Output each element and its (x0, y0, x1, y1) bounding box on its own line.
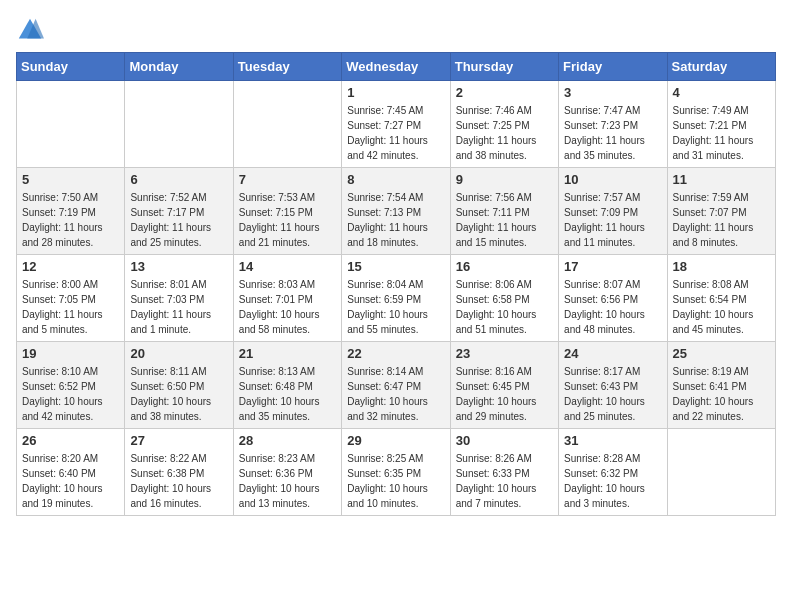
calendar-cell-w5-d4: 29Sunrise: 8:25 AMSunset: 6:35 PMDayligh… (342, 429, 450, 516)
calendar-cell-w2-d7: 11Sunrise: 7:59 AMSunset: 7:07 PMDayligh… (667, 168, 775, 255)
calendar-cell-w5-d1: 26Sunrise: 8:20 AMSunset: 6:40 PMDayligh… (17, 429, 125, 516)
calendar-cell-w1-d5: 2Sunrise: 7:46 AMSunset: 7:25 PMDaylight… (450, 81, 558, 168)
calendar-week-3: 12Sunrise: 8:00 AMSunset: 7:05 PMDayligh… (17, 255, 776, 342)
day-info: Sunrise: 8:17 AMSunset: 6:43 PMDaylight:… (564, 364, 661, 424)
calendar-cell-w4-d2: 20Sunrise: 8:11 AMSunset: 6:50 PMDayligh… (125, 342, 233, 429)
day-number: 30 (456, 433, 553, 448)
calendar-cell-w4-d1: 19Sunrise: 8:10 AMSunset: 6:52 PMDayligh… (17, 342, 125, 429)
calendar-cell-w3-d6: 17Sunrise: 8:07 AMSunset: 6:56 PMDayligh… (559, 255, 667, 342)
day-number: 14 (239, 259, 336, 274)
calendar-cell-w5-d6: 31Sunrise: 8:28 AMSunset: 6:32 PMDayligh… (559, 429, 667, 516)
day-number: 17 (564, 259, 661, 274)
day-number: 23 (456, 346, 553, 361)
day-info: Sunrise: 7:49 AMSunset: 7:21 PMDaylight:… (673, 103, 770, 163)
day-info: Sunrise: 8:28 AMSunset: 6:32 PMDaylight:… (564, 451, 661, 511)
day-info: Sunrise: 8:01 AMSunset: 7:03 PMDaylight:… (130, 277, 227, 337)
calendar-cell-w4-d5: 23Sunrise: 8:16 AMSunset: 6:45 PMDayligh… (450, 342, 558, 429)
day-info: Sunrise: 7:47 AMSunset: 7:23 PMDaylight:… (564, 103, 661, 163)
calendar-cell-w5-d2: 27Sunrise: 8:22 AMSunset: 6:38 PMDayligh… (125, 429, 233, 516)
calendar-cell-w1-d7: 4Sunrise: 7:49 AMSunset: 7:21 PMDaylight… (667, 81, 775, 168)
day-number: 27 (130, 433, 227, 448)
day-number: 24 (564, 346, 661, 361)
day-info: Sunrise: 8:19 AMSunset: 6:41 PMDaylight:… (673, 364, 770, 424)
day-number: 8 (347, 172, 444, 187)
day-info: Sunrise: 8:13 AMSunset: 6:48 PMDaylight:… (239, 364, 336, 424)
day-info: Sunrise: 8:00 AMSunset: 7:05 PMDaylight:… (22, 277, 119, 337)
header-day-wednesday: Wednesday (342, 53, 450, 81)
day-number: 28 (239, 433, 336, 448)
day-number: 15 (347, 259, 444, 274)
calendar-week-2: 5Sunrise: 7:50 AMSunset: 7:19 PMDaylight… (17, 168, 776, 255)
header-day-saturday: Saturday (667, 53, 775, 81)
day-info: Sunrise: 8:11 AMSunset: 6:50 PMDaylight:… (130, 364, 227, 424)
day-info: Sunrise: 8:22 AMSunset: 6:38 PMDaylight:… (130, 451, 227, 511)
day-info: Sunrise: 7:54 AMSunset: 7:13 PMDaylight:… (347, 190, 444, 250)
calendar-week-4: 19Sunrise: 8:10 AMSunset: 6:52 PMDayligh… (17, 342, 776, 429)
header-day-thursday: Thursday (450, 53, 558, 81)
day-number: 5 (22, 172, 119, 187)
day-number: 4 (673, 85, 770, 100)
day-number: 12 (22, 259, 119, 274)
calendar-cell-w3-d5: 16Sunrise: 8:06 AMSunset: 6:58 PMDayligh… (450, 255, 558, 342)
day-info: Sunrise: 8:03 AMSunset: 7:01 PMDaylight:… (239, 277, 336, 337)
day-number: 6 (130, 172, 227, 187)
calendar-cell-w1-d4: 1Sunrise: 7:45 AMSunset: 7:27 PMDaylight… (342, 81, 450, 168)
calendar-cell-w4-d7: 25Sunrise: 8:19 AMSunset: 6:41 PMDayligh… (667, 342, 775, 429)
day-number: 2 (456, 85, 553, 100)
day-number: 18 (673, 259, 770, 274)
calendar-cell-w3-d7: 18Sunrise: 8:08 AMSunset: 6:54 PMDayligh… (667, 255, 775, 342)
day-number: 21 (239, 346, 336, 361)
day-info: Sunrise: 7:57 AMSunset: 7:09 PMDaylight:… (564, 190, 661, 250)
calendar-table: SundayMondayTuesdayWednesdayThursdayFrid… (16, 52, 776, 516)
day-number: 19 (22, 346, 119, 361)
day-number: 25 (673, 346, 770, 361)
calendar-header-row: SundayMondayTuesdayWednesdayThursdayFrid… (17, 53, 776, 81)
calendar-cell-w2-d1: 5Sunrise: 7:50 AMSunset: 7:19 PMDaylight… (17, 168, 125, 255)
day-number: 16 (456, 259, 553, 274)
header-day-friday: Friday (559, 53, 667, 81)
calendar-week-5: 26Sunrise: 8:20 AMSunset: 6:40 PMDayligh… (17, 429, 776, 516)
day-info: Sunrise: 7:50 AMSunset: 7:19 PMDaylight:… (22, 190, 119, 250)
calendar-cell-w2-d6: 10Sunrise: 7:57 AMSunset: 7:09 PMDayligh… (559, 168, 667, 255)
calendar-cell-w4-d3: 21Sunrise: 8:13 AMSunset: 6:48 PMDayligh… (233, 342, 341, 429)
calendar-cell-w1-d3 (233, 81, 341, 168)
day-info: Sunrise: 8:20 AMSunset: 6:40 PMDaylight:… (22, 451, 119, 511)
calendar-cell-w2-d5: 9Sunrise: 7:56 AMSunset: 7:11 PMDaylight… (450, 168, 558, 255)
calendar-cell-w2-d2: 6Sunrise: 7:52 AMSunset: 7:17 PMDaylight… (125, 168, 233, 255)
day-info: Sunrise: 8:23 AMSunset: 6:36 PMDaylight:… (239, 451, 336, 511)
day-number: 20 (130, 346, 227, 361)
day-number: 10 (564, 172, 661, 187)
calendar-cell-w4-d4: 22Sunrise: 8:14 AMSunset: 6:47 PMDayligh… (342, 342, 450, 429)
calendar-cell-w2-d4: 8Sunrise: 7:54 AMSunset: 7:13 PMDaylight… (342, 168, 450, 255)
calendar-cell-w5-d3: 28Sunrise: 8:23 AMSunset: 6:36 PMDayligh… (233, 429, 341, 516)
calendar-cell-w2-d3: 7Sunrise: 7:53 AMSunset: 7:15 PMDaylight… (233, 168, 341, 255)
calendar-cell-w3-d4: 15Sunrise: 8:04 AMSunset: 6:59 PMDayligh… (342, 255, 450, 342)
calendar-week-1: 1Sunrise: 7:45 AMSunset: 7:27 PMDaylight… (17, 81, 776, 168)
day-number: 1 (347, 85, 444, 100)
calendar-cell-w3-d1: 12Sunrise: 8:00 AMSunset: 7:05 PMDayligh… (17, 255, 125, 342)
day-number: 11 (673, 172, 770, 187)
header-day-tuesday: Tuesday (233, 53, 341, 81)
calendar-cell-w5-d7 (667, 429, 775, 516)
day-number: 29 (347, 433, 444, 448)
day-number: 9 (456, 172, 553, 187)
day-number: 26 (22, 433, 119, 448)
calendar-cell-w3-d2: 13Sunrise: 8:01 AMSunset: 7:03 PMDayligh… (125, 255, 233, 342)
day-info: Sunrise: 7:45 AMSunset: 7:27 PMDaylight:… (347, 103, 444, 163)
day-info: Sunrise: 7:53 AMSunset: 7:15 PMDaylight:… (239, 190, 336, 250)
calendar-cell-w1-d6: 3Sunrise: 7:47 AMSunset: 7:23 PMDaylight… (559, 81, 667, 168)
day-info: Sunrise: 8:14 AMSunset: 6:47 PMDaylight:… (347, 364, 444, 424)
day-number: 31 (564, 433, 661, 448)
day-info: Sunrise: 8:10 AMSunset: 6:52 PMDaylight:… (22, 364, 119, 424)
calendar-cell-w5-d5: 30Sunrise: 8:26 AMSunset: 6:33 PMDayligh… (450, 429, 558, 516)
day-info: Sunrise: 8:06 AMSunset: 6:58 PMDaylight:… (456, 277, 553, 337)
day-info: Sunrise: 8:16 AMSunset: 6:45 PMDaylight:… (456, 364, 553, 424)
day-number: 3 (564, 85, 661, 100)
calendar-cell-w1-d2 (125, 81, 233, 168)
day-number: 22 (347, 346, 444, 361)
page-header (16, 16, 776, 44)
day-number: 7 (239, 172, 336, 187)
calendar-cell-w1-d1 (17, 81, 125, 168)
header-day-sunday: Sunday (17, 53, 125, 81)
day-info: Sunrise: 7:46 AMSunset: 7:25 PMDaylight:… (456, 103, 553, 163)
